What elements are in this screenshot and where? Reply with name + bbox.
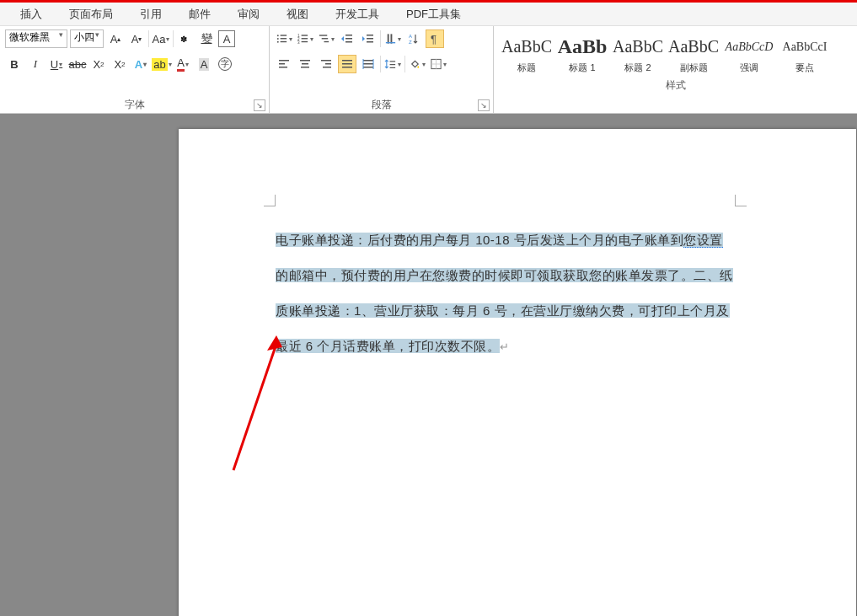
line-spacing-button[interactable]: ▾ [383,55,402,73]
phonetic-guide-button[interactable]: ✽ [176,29,195,48]
italic-button[interactable]: I [26,55,45,73]
svg-rect-28 [279,63,285,65]
bold-button[interactable]: B [5,55,24,73]
paragraph-dialog-launcher[interactable]: ↘ [478,99,490,111]
paragraph-group-label: 段落 ↘ [270,98,493,113]
increase-indent-button[interactable] [359,29,378,48]
numbered-list-icon: 123 [297,32,309,46]
svg-rect-40 [363,63,373,65]
line-spacing-icon [384,57,397,71]
svg-rect-13 [319,35,327,35]
svg-rect-19 [367,35,373,36]
svg-rect-23 [391,34,393,43]
align-justify-icon [340,57,354,71]
document-body[interactable]: 电子账单投递：后付费的用户每月 10-18 号后发送上个月的电子账单到您设置 的… [276,222,746,365]
svg-rect-35 [323,67,331,68]
decrease-indent-button[interactable] [338,29,356,48]
bullet-list-button[interactable]: ▾ [275,29,293,48]
paragraph-group-label-text: 段落 [372,99,392,110]
selected-text-line2[interactable]: 的邮箱中，预付费的用户在您缴费的时候即可领取获取您的账单发票了。二、纸 [276,268,733,282]
style-card[interactable]: AaBbC标题 [499,29,554,78]
sort-icon: AZ [407,32,420,46]
character-shading-button[interactable]: A [195,55,213,73]
shrink-font-button[interactable]: A▾ [127,29,146,48]
style-card[interactable]: AaBb标题 1 [554,29,610,78]
svg-rect-39 [363,60,373,62]
align-right-button[interactable] [317,55,335,73]
svg-text:✽: ✽ [180,35,187,44]
borders-button[interactable]: ▾ [429,55,447,73]
svg-rect-38 [342,67,352,68]
ribbon: 微软雅黑▾ 小四▾ A▴ A▾ Aa▾ ✽ 變 A B I U▾ abc [0,26,857,114]
svg-rect-15 [324,41,329,42]
show-hide-marks-button[interactable]: ¶ [426,29,444,48]
enclosed-char-button[interactable]: 字 [216,55,234,73]
style-preview: AaBbC [613,35,663,60]
menu-insert[interactable]: 插入 [17,2,46,27]
strikethrough-button[interactable]: abc [68,55,87,73]
paint-bucket-icon [409,57,421,71]
document-canvas-area[interactable]: 电子账单投递：后付费的用户每月 10-18 号后发送上个月的电子账单到您设置 的… [0,114,857,616]
enclose-characters-button[interactable]: 變 [197,29,216,48]
menu-pdf[interactable]: PDF工具集 [403,2,464,27]
text-effects-button[interactable]: A▾ [131,55,150,73]
underline-button[interactable]: U▾ [47,55,66,73]
align-left-button[interactable] [275,55,293,73]
style-card[interactable]: AaBbCcD强调 [721,29,777,78]
selected-text-line4[interactable]: 最近 6 个月话费账单，打印次数不限。 [276,339,500,353]
grow-font-button[interactable]: A▴ [106,29,125,48]
style-preview: AaBb [558,35,608,60]
font-size-select[interactable]: 小四▾ [70,29,104,48]
shading-button[interactable]: ▾ [408,55,426,73]
style-preview: AaBbC [668,35,719,60]
style-name: 标题 1 [569,62,595,74]
align-center-button[interactable] [296,55,314,73]
superscript-button[interactable]: X2 [110,55,129,73]
svg-rect-4 [281,38,287,39]
svg-rect-44 [390,67,396,68]
svg-rect-27 [279,60,289,62]
subscript-button[interactable]: X2 [89,55,108,73]
asian-layout-button[interactable]: ▾ [383,29,402,48]
style-name: 副标题 [680,62,708,74]
svg-text:3: 3 [297,40,300,45]
style-name: 标题 [517,62,536,74]
menu-layout[interactable]: 页面布局 [66,2,116,27]
font-name-select[interactable]: 微软雅黑▾ [5,29,67,48]
numbered-list-button[interactable]: 123▾ [296,29,314,48]
font-color-button[interactable]: A▾ [174,55,192,73]
borders-icon [430,57,442,71]
phonetic-icon: ✽ [179,32,192,46]
align-justify-button[interactable] [338,55,356,73]
page[interactable]: 电子账单投递：后付费的用户每月 10-18 号后发送上个月的电子账单到您设置 的… [179,129,856,616]
svg-rect-31 [302,63,308,65]
menu-mail[interactable]: 邮件 [185,2,214,27]
menu-review[interactable]: 审阅 [234,2,263,27]
style-card[interactable]: AaBbC标题 2 [610,29,666,78]
svg-point-5 [277,41,279,43]
menu-view[interactable]: 视图 [283,2,312,27]
character-border-button[interactable]: A [218,30,235,47]
styles-group-label: 样式 [494,78,857,94]
sort-button[interactable]: AZ [404,29,423,48]
change-case-button[interactable]: Aa▾ [152,29,170,48]
svg-text:A: A [409,34,412,39]
svg-rect-8 [302,35,308,35]
font-dialog-launcher[interactable]: ↘ [254,99,265,111]
svg-rect-12 [302,41,308,42]
menu-dev[interactable]: 开发工具 [332,2,383,27]
svg-rect-43 [390,64,396,65]
font-group: 微软雅黑▾ 小四▾ A▴ A▾ Aa▾ ✽ 變 A B I U▾ abc [0,26,270,113]
svg-rect-18 [345,41,352,43]
selected-text-line1b[interactable]: 您设置 [683,233,723,248]
selected-text-line1a[interactable]: 电子账单投递：后付费的用户每月 10-18 号后发送上个月的电子账单到 [276,233,683,247]
styles-gallery[interactable]: AaBbC标题AaBb标题 1AaBbC标题 2AaBbC副标题AaBbCcD强… [494,26,857,78]
distribute-button[interactable] [359,55,378,73]
text-highlight-button[interactable]: ab▾ [153,55,171,73]
multilevel-list-button[interactable]: ▾ [317,29,335,48]
style-card[interactable]: AaBbCcI要点 [777,29,833,78]
selected-text-line3[interactable]: 质账单投递：1、营业厅获取：每月 6 号，在营业厅缴纳欠费，可打印上个月及 [276,303,730,318]
chevron-down-icon: ▾ [59,30,63,39]
style-card[interactable]: AaBbC副标题 [666,29,721,78]
menu-reference[interactable]: 引用 [137,2,165,27]
